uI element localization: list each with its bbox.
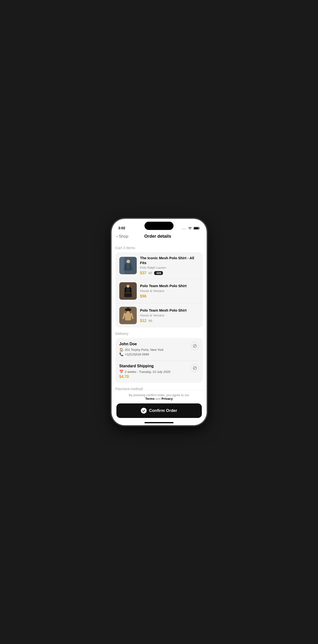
- cart-section-label: Cart 3 Items: [115, 246, 203, 250]
- home-indicator: [144, 422, 174, 423]
- cart-item-2: Polo Team Mesh Polo Shirt House & Versac…: [115, 279, 203, 303]
- item-info-2: Polo Team Mesh Polo Shirt House & Versac…: [140, 284, 199, 298]
- svg-point-16: [127, 308, 129, 310]
- back-button[interactable]: ‹ Shop: [116, 234, 128, 239]
- signal-icon: [182, 227, 186, 230]
- item-price-current-2: $96: [140, 294, 147, 298]
- svg-rect-6: [127, 260, 130, 263]
- svg-rect-7: [126, 263, 130, 270]
- recipient-phone: +1(513)516-5999: [125, 352, 149, 356]
- item-name-2: Polo Team Mesh Polo Shirt: [140, 284, 199, 288]
- phone-icon: 📞: [119, 352, 123, 356]
- status-icons: [182, 226, 200, 230]
- edit-icon: [193, 344, 197, 348]
- delivery-section-label: Delivery: [115, 332, 203, 336]
- svg-point-2: [185, 228, 186, 230]
- terms-link[interactable]: Terms: [145, 397, 154, 400]
- battery-icon: [194, 226, 200, 230]
- item-info-1: The Iconic Mesh Polo Shirt - All Fits Po…: [140, 256, 199, 275]
- delivery-recipient-info: John Doe 🏠 201 Torphy Ports, New York 📞 …: [119, 342, 188, 357]
- and-text: and: [155, 397, 161, 400]
- item-price-row-3: $12 99: [140, 318, 199, 323]
- shipping-price: $4.70: [119, 374, 188, 379]
- svg-point-0: [182, 228, 183, 230]
- terms-text: By pressing confirm order, you agree to …: [116, 393, 202, 400]
- item-name-1: The Iconic Mesh Polo Shirt - All Fits: [140, 256, 199, 265]
- item-info-3: Polo Team Mesh Polo Shirt House & Versac…: [140, 308, 199, 323]
- bottom-bar: By pressing confirm order, you agree to …: [112, 390, 207, 425]
- terms-pretext: By pressing confirm order, you agree to …: [129, 393, 189, 397]
- svg-rect-11: [125, 292, 131, 293]
- item-price-current-3: $12: [140, 318, 147, 323]
- item-price-original-3: 99: [148, 319, 152, 323]
- item-brand-3: House & Versace: [140, 314, 199, 317]
- edit-shipping-icon: [193, 366, 197, 370]
- wifi-icon: [188, 226, 192, 230]
- cart-item-1: The Iconic Mesh Polo Shirt - All Fits Po…: [115, 252, 203, 279]
- item-name-3: Polo Team Mesh Polo Shirt: [140, 308, 199, 313]
- svg-rect-10: [127, 285, 129, 288]
- item-discount-badge-1: -50$: [154, 271, 163, 275]
- item-brand-1: Polo Ralph Lauren: [140, 266, 199, 270]
- calendar-icon: 📅: [119, 370, 123, 374]
- svg-rect-8: [119, 257, 124, 274]
- item-brand-2: House & Versace: [140, 289, 199, 293]
- delivery-card: John Doe 🏠 201 Torphy Ports, New York 📞 …: [115, 338, 203, 383]
- recipient-address: 201 Torphy Ports, New York: [125, 348, 164, 352]
- shipping-name: Standard Shipping: [119, 364, 188, 368]
- edit-address-button[interactable]: [191, 342, 199, 350]
- shipping-info: Standard Shipping 📅 2 weeks - Tuesday, 1…: [119, 364, 188, 379]
- svg-point-18: [193, 344, 197, 348]
- back-label: Shop: [119, 234, 128, 239]
- recipient-name: John Doe: [119, 342, 188, 346]
- svg-point-19: [193, 366, 197, 370]
- shipping-estimate-row: 📅 2 weeks - Tuesday, 10 July 2020: [119, 370, 188, 374]
- checkmark-icon: [142, 409, 145, 412]
- recipient-phone-row: 📞 +1(513)516-5999: [119, 352, 188, 356]
- privacy-link[interactable]: Privacy: [161, 397, 173, 400]
- phone-screen: 3:02: [112, 219, 207, 425]
- item-price-row-2: $96: [140, 294, 199, 298]
- dynamic-island: [144, 222, 174, 230]
- item-price-row-1: $37 87 -50$: [140, 271, 199, 275]
- cart-item-3: Polo Team Mesh Polo Shirt House & Versac…: [115, 303, 203, 328]
- delivery-divider: [119, 361, 199, 361]
- svg-point-1: [183, 228, 184, 230]
- cart-items-card: The Iconic Mesh Polo Shirt - All Fits Po…: [115, 252, 203, 328]
- item-price-current-1: $37: [140, 271, 147, 275]
- confirm-check-icon: [141, 408, 147, 414]
- item-image-2: [119, 282, 137, 300]
- confirm-order-button[interactable]: Confirm Order: [116, 404, 202, 418]
- nav-bar: ‹ Shop Order details: [112, 232, 207, 242]
- item-image-1: [119, 257, 137, 274]
- item-image-3: [119, 307, 137, 324]
- back-chevron-icon: ‹: [116, 234, 118, 239]
- svg-rect-4: [194, 228, 198, 229]
- edit-shipping-button[interactable]: [191, 364, 199, 372]
- shipping-estimate: 2 weeks - Tuesday, 10 July 2020: [125, 370, 170, 374]
- delivery-shipping-section: Standard Shipping 📅 2 weeks - Tuesday, 1…: [119, 364, 199, 379]
- phone-frame: 3:02: [112, 219, 207, 425]
- item-price-original-1: 87: [148, 271, 152, 275]
- home-icon: 🏠: [119, 348, 123, 352]
- status-time: 3:02: [118, 226, 125, 230]
- recipient-address-row: 🏠 201 Torphy Ports, New York: [119, 348, 188, 352]
- confirm-button-label: Confirm Order: [149, 408, 177, 413]
- page-title: Order details: [128, 234, 187, 239]
- delivery-recipient-section: John Doe 🏠 201 Torphy Ports, New York 📞 …: [119, 342, 199, 357]
